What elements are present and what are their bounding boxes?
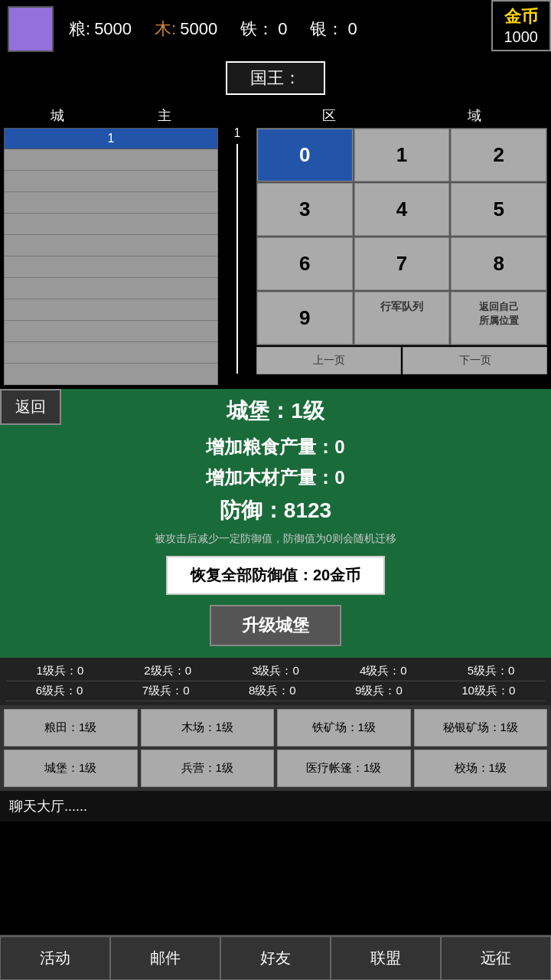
gold-label: 金币 — [504, 5, 539, 28]
troop-9: 9级兵：0 — [355, 684, 403, 698]
upgrade-button[interactable]: 升级城堡 — [210, 605, 341, 646]
king-section: 国王： — [0, 57, 551, 103]
city-row1[interactable]: 1 — [5, 129, 218, 149]
troops-row-1: 1级兵：0 2级兵：0 3级兵：0 4级兵：0 5级兵：0 — [6, 662, 545, 681]
divider-line — [236, 144, 238, 374]
green-panel: 城堡：1级 增加粮食产量：0 增加木材产量：0 防御：8123 被攻击后减少一定… — [0, 389, 551, 658]
green-inner: 城堡：1级 增加粮食产量：0 增加木材产量：0 防御：8123 被攻击后减少一定… — [15, 397, 536, 650]
chat-section: 聊天大厅...... — [0, 791, 551, 822]
zone-cell-6[interactable]: 6 — [257, 237, 353, 290]
city-row11 — [5, 342, 218, 364]
lord-header: 主 — [158, 106, 171, 125]
zone-cell-4[interactable]: 4 — [354, 183, 450, 236]
building-iron[interactable]: 铁矿场：1级 — [277, 709, 411, 746]
troop-6: 6级兵：0 — [36, 684, 83, 698]
right-panel: 区 域 0 1 2 3 4 5 6 7 8 9 行军队列 返回自己 所属位置 上… — [256, 103, 547, 385]
troop-4: 4级兵：0 — [360, 664, 407, 678]
gold-box: 金币 1000 — [491, 0, 552, 51]
troop-7: 7级兵：0 — [142, 684, 190, 698]
wood-resource: 木: 5000 — [155, 18, 217, 41]
city-row5 — [5, 214, 218, 235]
gold-value: 1000 — [504, 28, 539, 46]
zone-grid: 0 1 2 3 4 5 6 7 8 9 行军队列 返回自己 所属位置 — [256, 128, 547, 345]
wood-value: 5000 — [180, 19, 217, 39]
building-training[interactable]: 校场：1级 — [414, 750, 548, 787]
grain-label: 粮: — [69, 18, 90, 41]
building-silver[interactable]: 秘银矿场：1级 — [414, 709, 548, 746]
city-header: 城 — [51, 106, 64, 125]
middle-divider: 1 — [222, 103, 253, 385]
divider-num: 1 — [234, 126, 241, 140]
zone-cell-2[interactable]: 2 — [451, 129, 546, 181]
zone-next[interactable]: 下一页 — [403, 347, 547, 374]
zone-header: 区 域 — [256, 103, 547, 128]
restore-button[interactable]: 恢复全部防御值：20金币 — [166, 556, 385, 595]
iron-resource: 铁： 0 — [240, 18, 287, 41]
attack-note: 被攻击后减少一定防御值，防御值为0则会随机迁移 — [155, 532, 396, 546]
city-row8 — [5, 278, 218, 299]
avatar — [8, 6, 54, 52]
zone-march[interactable]: 行军队列 — [354, 292, 450, 345]
wood-label: 木: — [155, 18, 176, 41]
building-wood[interactable]: 木场：1级 — [141, 709, 275, 746]
top-bar: 粮: 5000 木: 5000 铁： 0 银： 0 金币 1000 — [0, 0, 551, 57]
wood-increase-text: 增加木材产量：0 — [206, 466, 344, 490]
green-wrapper: 返回 城堡：1级 增加粮食产量：0 增加木材产量：0 防御：8123 被攻击后减… — [0, 389, 551, 658]
nav-friend[interactable]: 好友 — [220, 936, 331, 980]
city-row12 — [5, 364, 218, 385]
city-row6 — [5, 235, 218, 256]
troop-10: 10级兵：0 — [461, 684, 515, 698]
building-grain[interactable]: 粮田：1级 — [4, 709, 138, 746]
zone-cell-1[interactable]: 1 — [354, 129, 450, 181]
nav-activity[interactable]: 活动 — [0, 936, 110, 980]
main-area: 城 主 1 1 区 域 0 — [0, 103, 551, 385]
zone-header2: 域 — [468, 106, 481, 125]
back-button[interactable]: 返回 — [0, 389, 61, 425]
bottom-nav: 活动 邮件 好友 联盟 远征 — [0, 935, 551, 980]
grain-resource: 粮: 5000 — [69, 18, 132, 41]
left-panel: 城 主 1 — [4, 103, 218, 385]
grain-increase-text: 增加粮食产量：0 — [206, 435, 344, 459]
zone-return[interactable]: 返回自己 所属位置 — [451, 292, 546, 345]
zone-prev[interactable]: 上一页 — [256, 347, 401, 374]
building-medical[interactable]: 医疗帐篷：1级 — [277, 750, 411, 787]
zone-header1: 区 — [322, 106, 336, 125]
silver-resource: 银： 0 — [310, 18, 357, 41]
city-row10 — [5, 321, 218, 342]
buildings-grid: 粮田：1级 木场：1级 铁矿场：1级 秘银矿场：1级 城堡：1级 兵营：1级 医… — [4, 709, 547, 787]
castle-level-text: 城堡：1级 — [227, 397, 324, 426]
city-row9 — [5, 299, 218, 321]
troop-1: 1级兵：0 — [37, 664, 84, 678]
building-castle[interactable]: 城堡：1级 — [4, 750, 138, 787]
zone-cell-0[interactable]: 0 — [257, 129, 353, 181]
zone-cell-3[interactable]: 3 — [257, 183, 353, 236]
city-row2 — [5, 149, 218, 171]
king-title: 国王： — [226, 61, 325, 95]
nav-alliance[interactable]: 联盟 — [331, 936, 441, 980]
nav-expedition[interactable]: 远征 — [441, 936, 551, 980]
iron-value: 0 — [278, 19, 287, 39]
city-lord-table: 1 — [4, 128, 218, 385]
building-barracks[interactable]: 兵营：1级 — [141, 750, 275, 787]
troops-section: 1级兵：0 2级兵：0 3级兵：0 4级兵：0 5级兵：0 6级兵：0 7级兵：… — [0, 658, 551, 705]
zone-cell-8[interactable]: 8 — [451, 237, 546, 290]
defense-text: 防御：8123 — [220, 496, 331, 525]
iron-label: 铁： — [240, 18, 274, 41]
buildings-section: 粮田：1级 木场：1级 铁矿场：1级 秘银矿场：1级 城堡：1级 兵营：1级 医… — [0, 705, 551, 791]
city-row4 — [5, 192, 218, 214]
zone-cell-5[interactable]: 5 — [451, 183, 546, 236]
zone-cell-9[interactable]: 9 — [257, 292, 353, 345]
city-row7 — [5, 256, 218, 278]
zone-cell-7[interactable]: 7 — [354, 237, 450, 290]
silver-value: 0 — [347, 19, 357, 39]
city-lord-header: 城 主 — [4, 103, 218, 128]
silver-label: 银： — [310, 18, 344, 41]
resources: 粮: 5000 木: 5000 铁： 0 银： 0 — [69, 18, 357, 41]
grain-value: 5000 — [94, 19, 132, 39]
nav-mail[interactable]: 邮件 — [110, 936, 220, 980]
troop-8: 8级兵：0 — [249, 684, 296, 698]
city-row3 — [5, 171, 218, 192]
troop-2: 2级兵：0 — [144, 664, 191, 678]
chat-label: 聊天大厅...... — [9, 799, 87, 814]
zone-nav: 上一页 下一页 — [256, 347, 547, 374]
